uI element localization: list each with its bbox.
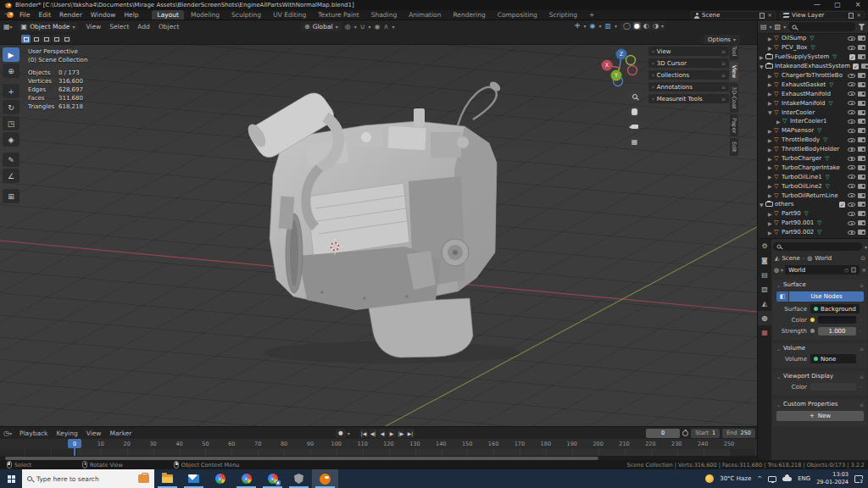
menu-help[interactable]: Help (120, 11, 142, 19)
clock[interactable]: 13:03 29-01-2024 (816, 471, 849, 486)
volume-value-field[interactable]: None (810, 354, 856, 363)
hide-eye-icon[interactable] (848, 74, 855, 78)
pin-icon[interactable]: ⊙ (860, 255, 865, 262)
notification-icon[interactable]: 2 (854, 475, 863, 483)
select-subtract-button[interactable] (42, 35, 51, 43)
outliner-row-intakemanifold[interactable]: ▶▽IntakeManifold▽ (758, 98, 868, 108)
properties-tab-world[interactable]: ◍ (758, 311, 771, 325)
workspace-tab-compositing[interactable]: Compositing (492, 10, 542, 19)
expand-icon[interactable]: ▶ (768, 156, 774, 162)
object-name[interactable]: TurboOilLine1 (782, 174, 822, 180)
editor-type-icon[interactable]: ▦ (3, 23, 10, 30)
view-layer-selector[interactable]: View Layer × (780, 11, 865, 19)
hide-eye-icon[interactable] (848, 36, 855, 41)
world-name-field[interactable]: World ◇ (785, 265, 860, 274)
outliner-row-pcv-box[interactable]: ▶▽PCV_Box▽ (758, 43, 868, 53)
expand-icon[interactable]: ▶ (768, 230, 774, 236)
strength-slider[interactable]: 1.000 (818, 327, 856, 336)
hide-eye-icon[interactable] (848, 119, 855, 124)
snap-dropdown[interactable]: ▾ (369, 24, 371, 30)
tool-scale-button[interactable]: ◳ (3, 116, 19, 130)
hide-eye-icon[interactable] (848, 110, 855, 114)
expand-icon[interactable]: ▶ (768, 147, 774, 152)
object-name[interactable]: ChargerToThrottleBo (782, 72, 843, 79)
taskbar-app-explorer[interactable] (154, 469, 181, 488)
playhead-frame-badge[interactable]: 0 (68, 439, 81, 448)
browse-world-icon[interactable]: ◍ (774, 267, 779, 274)
language-indicator[interactable]: ENG (798, 475, 810, 482)
expand-icon[interactable]: ▶ (768, 192, 774, 198)
expand-icon[interactable]: ▶ (768, 174, 774, 180)
navigation-gizmo[interactable]: Z X Y (598, 46, 642, 90)
hide-eye-icon[interactable] (848, 46, 855, 50)
hide-eye-icon[interactable] (848, 129, 855, 133)
shading-wireframe-icon[interactable]: ◯ (622, 22, 632, 30)
expand-icon[interactable]: ▶ (768, 81, 774, 87)
expand-icon[interactable]: ▶ (776, 119, 782, 125)
play-reverse-button[interactable]: ◀ (378, 429, 387, 438)
weather-sun-icon[interactable] (705, 474, 714, 483)
properties-tab-output[interactable]: ▤ (758, 268, 771, 282)
taskbar-app-chrome-1[interactable] (207, 469, 233, 488)
briefcase-icon[interactable] (138, 474, 149, 483)
world-color-swatch[interactable] (818, 316, 856, 324)
npanel-section-3d-cursor[interactable]: ›3D Cursor≡ (648, 58, 729, 68)
hide-eye-icon[interactable] (848, 230, 855, 235)
workspace-tab-modeling[interactable]: Modeling (186, 10, 225, 19)
pan-view-button[interactable] (628, 105, 641, 118)
expand-icon[interactable]: ▼ (760, 202, 765, 208)
timeline-editor-icon[interactable]: ◷ (3, 430, 9, 437)
object-name[interactable]: TurboChargerIntake (782, 164, 840, 171)
outliner-row-turbochargerintake[interactable]: ▶▽TurboChargerIntake (758, 163, 868, 172)
object-name[interactable]: InterCooler1 (790, 118, 826, 125)
disable-render-camera-icon[interactable] (858, 202, 865, 207)
properties-search-input[interactable] (773, 242, 862, 251)
camera-view-button[interactable] (628, 120, 641, 133)
hide-eye-icon[interactable] (848, 221, 855, 225)
transform-orientation[interactable]: ⊕ Global ▾ (301, 22, 342, 31)
shading-rendered-icon[interactable]: ◑ (652, 22, 659, 30)
copy-datablock-icon[interactable] (852, 268, 856, 273)
remove-view-layer-icon[interactable]: × (856, 12, 861, 19)
editor-type-dropdown[interactable]: ▾ (10, 24, 13, 30)
scene-selector[interactable]: Scene × (691, 11, 776, 19)
disable-render-camera-icon[interactable] (858, 45, 865, 50)
menu-render[interactable]: Render (55, 11, 86, 19)
disable-render-camera-icon[interactable] (858, 119, 865, 124)
outliner-row-intakeandexhaustsystem[interactable]: ▼IntakeandExhaustSystem✓ (758, 62, 868, 71)
outliner-filter-id-icon[interactable]: ▧ (775, 23, 782, 30)
expand-icon[interactable]: ▼ (760, 64, 765, 69)
menu-file[interactable]: File (15, 11, 35, 19)
gizmos-toggle-icon[interactable]: ✛ (575, 22, 581, 30)
timeline-menu-marker[interactable]: Marker (105, 430, 136, 437)
npanel-section-annotations[interactable]: ›Annotations≡ (648, 82, 729, 92)
outliner-row-intercooler1[interactable]: ▶▽InterCooler1 (758, 117, 868, 126)
tool-tweak-select-button[interactable]: ▶ (3, 47, 19, 62)
hide-eye-icon[interactable] (848, 202, 855, 207)
overlays-toggle-icon[interactable]: ◉ (590, 22, 596, 30)
disable-render-camera-icon[interactable] (858, 92, 865, 97)
outliner-row-part90-002[interactable]: ▶▽Part90.002▽ (758, 228, 868, 237)
disable-render-camera-icon[interactable] (858, 82, 865, 87)
next-keyframe-button[interactable]: |▶ (397, 429, 405, 438)
playhead[interactable] (74, 448, 75, 456)
outliner-row-throttlebody[interactable]: ▶▽ThrottleBody▽ (758, 136, 868, 145)
object-name[interactable]: MAPsensor (782, 127, 814, 134)
mode-selector[interactable]: ▣ Object Mode ▾ (18, 22, 79, 31)
select-invert-button[interactable] (52, 35, 61, 43)
workspace-tab-uv-editing[interactable]: UV Editing (268, 10, 311, 19)
hide-eye-icon[interactable] (848, 193, 855, 197)
timeline-menu-view[interactable]: View (82, 430, 106, 437)
tool-transform-button[interactable]: ◈ (3, 132, 19, 147)
timeline-menu-playback[interactable]: Playback (15, 430, 52, 437)
gizmo-axis-neg-y[interactable] (626, 56, 636, 65)
taskbar-app-mail[interactable] (181, 469, 207, 488)
timeline-menu-keying[interactable]: Keying (52, 430, 81, 437)
hide-eye-icon[interactable] (848, 165, 855, 169)
object-name[interactable]: TurboChar​ger (782, 155, 821, 162)
hide-eye-icon[interactable] (848, 175, 855, 179)
outliner-row-exhaustmanifold[interactable]: ▶▽ExhaustManifold (758, 89, 868, 98)
disable-render-camera-icon[interactable] (858, 36, 865, 41)
object-name[interactable]: PCV_Box (782, 44, 807, 51)
viewport-menu-add[interactable]: Add (133, 23, 154, 30)
